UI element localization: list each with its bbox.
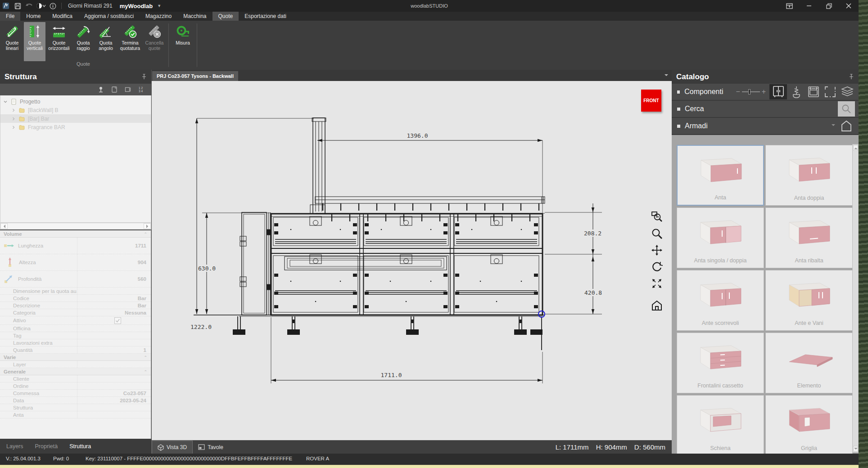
slider-handle[interactable] xyxy=(748,89,750,94)
filter-layers-button[interactable] xyxy=(840,84,855,99)
catalog-section-armadi[interactable]: Armadi xyxy=(672,118,859,135)
prop-row-dimensione[interactable]: Dimensione per la quota au... xyxy=(0,288,151,295)
sheet-icon[interactable] xyxy=(111,86,118,93)
menu-home[interactable]: Home xyxy=(20,12,46,21)
tab-layers[interactable]: Layers xyxy=(6,443,23,450)
prop-row-struttura[interactable]: Struttura xyxy=(0,404,151,411)
catalog-item-anta-doppia[interactable]: Anta doppia xyxy=(765,145,853,206)
termina-quotatura-button[interactable]: Termina quotatura xyxy=(118,22,143,61)
section-generale[interactable]: Generale⌃ xyxy=(0,368,151,375)
home-category-button[interactable] xyxy=(838,118,855,134)
prop-row-layer[interactable]: Layer xyxy=(0,361,151,368)
attivo-checkbox[interactable] xyxy=(114,317,121,324)
filter-machining-button[interactable] xyxy=(789,84,804,99)
drawing-viewport[interactable]: 1222.0 630.0 1396.0 1711.0 xyxy=(152,81,672,440)
filter-cabinets-button[interactable] xyxy=(769,84,787,99)
brand-dropdown-icon[interactable]: ▼ xyxy=(157,4,161,8)
pan-icon[interactable] xyxy=(651,244,663,256)
info-icon[interactable] xyxy=(47,1,59,11)
prop-row-quantita[interactable]: Quantità 1 xyxy=(0,346,151,354)
slider-plus-icon[interactable]: + xyxy=(762,88,766,96)
filter-custom-button[interactable] xyxy=(823,84,838,99)
quote-lineari-button[interactable]: Quote lineari xyxy=(1,22,23,61)
section-varie[interactable]: Varie⌃ xyxy=(0,354,151,361)
tree-item-progetto[interactable]: Progetto xyxy=(0,97,151,106)
catalog-item-ante-e-vani[interactable]: Ante e Vani xyxy=(765,270,853,331)
save-icon[interactable] xyxy=(12,1,23,11)
quote-orizzontali-button[interactable]: Quote orizzontali xyxy=(46,22,72,61)
brand-label[interactable]: myWoodlab xyxy=(120,3,153,9)
restore-button[interactable] xyxy=(819,0,839,12)
app-logo-icon[interactable] xyxy=(0,1,12,11)
menu-quote[interactable]: Quote xyxy=(212,12,239,21)
menu-file[interactable]: File xyxy=(0,12,20,21)
catalog-item-elemento[interactable]: Elemento xyxy=(765,333,853,393)
pin-icon[interactable] xyxy=(849,74,854,80)
tab-tavole[interactable]: Tavole xyxy=(193,441,229,454)
filter-appliances-button[interactable] xyxy=(806,84,821,99)
ribbon-toggle-button[interactable] xyxy=(779,0,799,12)
menu-esportazione[interactable]: Esportazione dati xyxy=(239,12,292,21)
theme-contrast-icon[interactable] xyxy=(35,1,47,11)
collapse-icon[interactable]: ⌃ xyxy=(144,232,147,236)
tab-proprieta[interactable]: Proprietà xyxy=(35,443,58,450)
chevron-right-icon[interactable] xyxy=(11,117,18,121)
zoom-extents-icon[interactable] xyxy=(651,277,663,290)
quota-angolo-button[interactable]: Quota angolo xyxy=(95,22,117,61)
tab-vista-3d[interactable]: Vista 3D xyxy=(152,441,193,454)
catalog-item-anta-singola-doppia[interactable]: Anta singola / doppia xyxy=(677,207,764,268)
chevron-right-icon[interactable] xyxy=(11,125,18,130)
menu-aggiorna[interactable]: Aggiorna / sostituisci xyxy=(78,12,140,21)
zoom-window-icon[interactable] xyxy=(651,211,663,223)
catalog-scrollbar[interactable] xyxy=(852,144,859,453)
catalog-item-frontalini-cassetto[interactable]: Frontalini cassetto xyxy=(677,333,764,393)
collapse-icon[interactable]: ⌃ xyxy=(144,355,147,360)
misura-button[interactable]: Misura xyxy=(172,22,194,61)
scroll-down-icon[interactable] xyxy=(853,446,858,452)
quote-verticali-button[interactable]: Quote verticali xyxy=(24,22,45,61)
scroll-right-icon[interactable] xyxy=(144,223,151,229)
prop-row-data[interactable]: Data 2023-05-24 xyxy=(0,397,151,404)
minimize-button[interactable] xyxy=(799,0,819,12)
chevron-down-icon[interactable] xyxy=(832,124,835,128)
chevron-right-icon[interactable] xyxy=(11,108,18,112)
pin-icon[interactable] xyxy=(141,74,147,80)
tree-item-bar[interactable]: [Bar] Bar xyxy=(0,114,151,123)
catalog-item-schiena[interactable]: Schiena xyxy=(677,395,764,454)
menu-magazzino[interactable]: Magazzino xyxy=(140,12,177,21)
prop-row-descrizione[interactable]: Descrizione Bar xyxy=(0,302,151,309)
home-view-icon[interactable] xyxy=(651,299,663,312)
locate-icon[interactable] xyxy=(97,86,104,93)
catalog-item-anta[interactable]: Anta xyxy=(677,145,764,206)
prop-row-profondita[interactable]: Profondità 560 xyxy=(0,271,151,288)
search-button[interactable] xyxy=(838,101,855,117)
catalog-section-componenti[interactable]: Componenti − + xyxy=(672,84,859,101)
zoom-icon[interactable] xyxy=(651,227,663,240)
prop-row-codice[interactable]: Codice Bar xyxy=(0,295,151,302)
prop-row-altezza[interactable]: Altezza 904 xyxy=(0,254,151,271)
prop-row-categoria[interactable]: Categoria Nessuna xyxy=(0,309,151,316)
catalog-item-ante-scorrevoli[interactable]: Ante scorrevoli xyxy=(677,270,764,331)
prop-row-anta[interactable]: Anta xyxy=(0,411,151,418)
catalog-section-cerca[interactable]: Cerca xyxy=(672,101,859,118)
tree-horizontal-scrollbar[interactable] xyxy=(0,223,151,230)
prop-row-ordine[interactable]: Ordine xyxy=(0,382,151,390)
menu-macchina[interactable]: Macchina xyxy=(177,12,212,21)
prop-row-cliente[interactable]: Cliente xyxy=(0,375,151,382)
catalog-item-anta-ribalta[interactable]: Anta ribalta xyxy=(765,207,853,268)
slider-minus-icon[interactable]: − xyxy=(736,88,740,96)
panel-box-icon[interactable] xyxy=(124,86,131,93)
prop-row-tag[interactable]: Tag xyxy=(0,332,151,339)
scroll-left-icon[interactable] xyxy=(0,223,8,229)
prop-row-lunghezza[interactable]: Lunghezza 1711 xyxy=(0,238,151,254)
front-view-badge[interactable]: FRONT xyxy=(641,90,661,112)
catalog-item-griglia[interactable]: Griglia xyxy=(765,395,853,454)
sort-numbers-icon[interactable]: 1 23 4 xyxy=(138,86,145,93)
thumbnail-size-slider[interactable]: − + xyxy=(736,88,766,96)
document-tab[interactable]: PRJ Co23-057 Tysons - Backwall xyxy=(152,71,238,81)
close-button[interactable] xyxy=(839,0,859,12)
undo-icon[interactable] xyxy=(23,1,35,11)
menu-modifica[interactable]: Modifica xyxy=(46,12,78,21)
prop-row-officina[interactable]: Officina xyxy=(0,325,151,332)
section-volume[interactable]: Volume⌃ xyxy=(0,230,151,238)
